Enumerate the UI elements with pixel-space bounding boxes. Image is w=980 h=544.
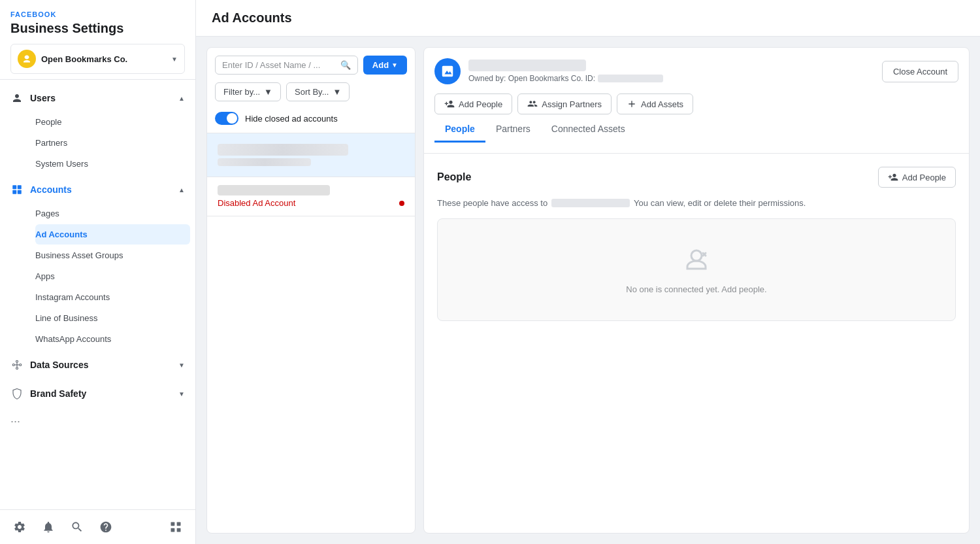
grid-icon[interactable] [167, 518, 185, 536]
tab-connected-assets[interactable]: Connected Assets [541, 117, 636, 143]
svg-rect-3 [12, 190, 16, 194]
sidebar-item-people[interactable]: People [35, 112, 190, 132]
filter-chevron-icon: ▼ [264, 87, 272, 97]
red-dot-icon [399, 201, 404, 206]
sort-button[interactable]: Sort By... ▼ [286, 82, 350, 101]
sidebar-item-line-of-business[interactable]: Line of Business [35, 308, 190, 328]
blurred-account-name [218, 144, 348, 156]
sidebar-item-pages[interactable]: Pages [35, 203, 190, 224]
svg-rect-2 [18, 185, 22, 189]
help-icon[interactable] [97, 518, 115, 536]
sidebar-item-whatsapp-accounts[interactable]: WhatsApp Accounts [35, 329, 190, 349]
sidebar-item-data-sources[interactable]: Data Sources ▼ [0, 352, 195, 378]
account-name-blurred [551, 199, 630, 207]
users-label: Users [30, 93, 56, 103]
users-collapse-icon: ▲ [178, 95, 185, 102]
users-sub-items: People Partners System Users [0, 112, 195, 174]
blurred-disabled-name [218, 185, 330, 196]
left-panel: 🔍 Add ▼ Filter by... ▼ Sort By... ▼ [206, 47, 416, 534]
users-icon [10, 92, 24, 105]
svg-point-5 [16, 360, 18, 362]
notifications-icon[interactable] [39, 518, 57, 536]
brand-safety-icon [10, 387, 24, 400]
nav-section-accounts: Accounts ▲ Pages Ad Accounts Business As… [0, 177, 195, 349]
account-id-blurred [598, 75, 663, 82]
right-panel-top: Owned by: Open Bookmarks Co. ID: Close A… [434, 58, 958, 84]
brand-safety-label: Brand Safety [30, 388, 86, 399]
settings-icon[interactable] [10, 518, 29, 536]
svg-point-15 [691, 250, 702, 261]
disabled-account-label: Disabled Ad Account [218, 198, 404, 208]
svg-rect-11 [171, 522, 175, 526]
close-account-button[interactable]: Close Account [882, 61, 958, 82]
sidebar-header: FACEBOOK Business Settings Open Bookmark… [0, 0, 195, 80]
svg-rect-13 [171, 528, 175, 532]
accounts-collapse-icon: ▲ [178, 186, 185, 194]
filter-button[interactable]: Filter by... ▼ [215, 82, 281, 101]
nav-section-users: Users ▲ People Partners System Users [0, 85, 195, 174]
action-buttons: Add People Assign Partners Add Assets [434, 94, 958, 114]
list-item[interactable] [207, 133, 415, 177]
sidebar-item-instagram-accounts[interactable]: Instagram Accounts [35, 287, 190, 307]
empty-state: No one is connected yet. Add people. [437, 218, 956, 321]
access-description: These people have access to You can view… [437, 198, 956, 208]
sidebar-footer [0, 509, 195, 544]
account-info: Owned by: Open Bookmarks Co. ID: [434, 58, 663, 84]
tabs: People Partners Connected Assets [434, 117, 958, 143]
svg-point-8 [16, 367, 18, 369]
blurred-account-id [218, 158, 311, 166]
accounts-icon [10, 183, 24, 196]
data-sources-icon [10, 358, 24, 371]
add-assets-action-button[interactable]: Add Assets [617, 94, 693, 114]
hide-closed-toggle[interactable] [215, 112, 238, 125]
page-title: Ad Accounts [212, 10, 964, 26]
toggle-row: Hide closed ad accounts [207, 108, 415, 133]
account-list: Disabled Ad Account [207, 133, 415, 533]
main-body: 🔍 Add ▼ Filter by... ▼ Sort By... ▼ [196, 37, 980, 544]
assign-partners-action-button[interactable]: Assign Partners [517, 94, 612, 114]
account-name: Open Bookmarks Co. [41, 54, 166, 64]
account-switcher[interactable]: Open Bookmarks Co. ▼ [10, 44, 185, 74]
account-sub-info: Owned by: Open Bookmarks Co. ID: [468, 74, 663, 83]
sort-chevron-icon: ▼ [333, 87, 341, 97]
sidebar-item-system-users[interactable]: System Users [35, 154, 190, 174]
sidebar-item-business-asset-groups[interactable]: Business Asset Groups [35, 245, 190, 265]
data-sources-label: Data Sources [30, 360, 88, 370]
people-section-title: People [437, 171, 471, 183]
empty-person-icon [681, 245, 712, 277]
main-content: Ad Accounts 🔍 Add ▼ Filter by... ▼ [196, 0, 980, 544]
toggle-label: Hide closed ad accounts [245, 114, 338, 124]
add-button[interactable]: Add ▼ [363, 56, 407, 75]
list-item[interactable]: Disabled Ad Account [207, 177, 415, 216]
search-footer-icon[interactable] [68, 518, 86, 536]
data-sources-collapse-icon: ▼ [178, 362, 185, 369]
page-header: Ad Accounts [196, 0, 980, 37]
right-panel-header: Owned by: Open Bookmarks Co. ID: Close A… [424, 48, 969, 154]
sidebar-item-brand-safety[interactable]: Brand Safety ▼ [0, 381, 195, 407]
nav-section-brand-safety: Brand Safety ▼ [0, 381, 195, 407]
sidebar-item-ad-accounts[interactable]: Ad Accounts [35, 224, 190, 245]
sidebar-item-users[interactable]: Users ▲ [0, 85, 195, 111]
search-input[interactable] [222, 60, 340, 70]
search-box[interactable]: 🔍 [215, 56, 358, 75]
filter-sort-row: Filter by... ▼ Sort By... ▼ [207, 82, 415, 108]
tab-people[interactable]: People [434, 117, 485, 143]
add-people-button[interactable]: Add People [878, 167, 956, 188]
sidebar-item-partners[interactable]: Partners [35, 133, 190, 153]
tab-partners[interactable]: Partners [485, 117, 541, 143]
more-indicator[interactable]: ··· [0, 409, 195, 434]
account-title-block: Owned by: Open Bookmarks Co. ID: [468, 60, 663, 83]
right-panel: Owned by: Open Bookmarks Co. ID: Close A… [423, 47, 970, 534]
right-panel-body: People Add People These people have acce… [424, 154, 969, 533]
chevron-down-icon: ▼ [171, 56, 178, 63]
accounts-label: Accounts [30, 184, 72, 195]
sidebar-item-accounts[interactable]: Accounts ▲ [0, 177, 195, 203]
svg-rect-12 [177, 522, 181, 526]
svg-point-7 [20, 364, 22, 366]
search-add-row: 🔍 Add ▼ [207, 48, 415, 82]
sidebar-item-apps[interactable]: Apps [35, 266, 190, 286]
accounts-sub-items: Pages Ad Accounts Business Asset Groups … [0, 203, 195, 349]
svg-point-6 [12, 364, 14, 366]
add-people-action-button[interactable]: Add People [434, 94, 512, 114]
svg-rect-1 [12, 185, 16, 189]
